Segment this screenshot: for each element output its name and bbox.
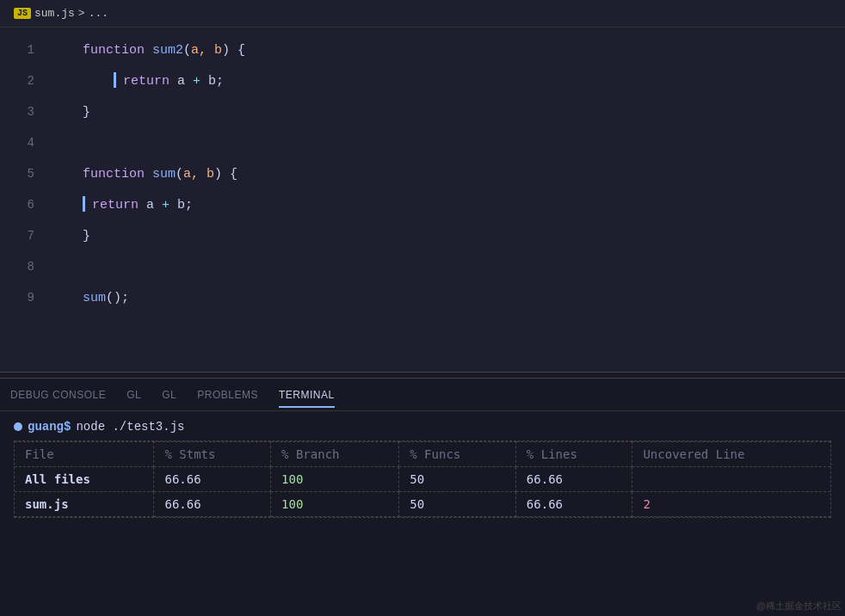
line-content: sum(); [52,283,129,314]
watermark: @稀土掘金技术社区 [753,596,845,616]
table-header-cell: % Funcs [399,442,516,467]
line-number: 9 [0,282,52,313]
pipe-indicator-icon [83,196,85,212]
indent-space [52,229,83,243]
table-cell: 100 [271,467,399,492]
table-cell [632,467,830,492]
indent-space [52,291,83,305]
tab-problems[interactable]: PROBLEMS [197,382,258,408]
token-kw-function: function [83,167,152,182]
prompt-dot-icon [14,422,22,431]
table-cell: All files [15,467,154,492]
js-badge: JS [14,8,31,19]
table-header-cell: % Stmts [154,442,271,467]
token-paren: a [146,198,162,213]
table-cell: 50 [399,492,516,517]
table-row: sum.js66.661005066.662 [15,492,830,517]
tab-bar: DEBUG CONSOLEGLGLPROBLEMSTERMINAL [0,379,845,411]
line-content: return a + b; [52,190,193,221]
token-paren: b; [177,198,193,213]
table-cell: 66.66 [154,467,271,492]
tab-gl[interactable]: GL [126,382,141,408]
line-content: } [52,221,90,252]
breadcrumb-ellipsis: ... [89,7,108,20]
token-fn-name: sum [152,167,176,182]
token-paren: ( [176,167,183,182]
line-number: 5 [0,158,52,189]
code-line: 3 } [0,96,845,127]
token-paren: ) { [214,167,237,182]
line-number: 7 [0,220,52,251]
line-content: } [52,97,90,128]
line-content: function sum(a, b) { [52,159,237,190]
line-number: 8 [0,251,52,282]
coverage-table: File% Stmts% Branch% Funcs% LinesUncover… [15,441,830,517]
indent-space [52,74,114,89]
token-operator: + [193,74,208,89]
indent-space [52,198,83,213]
table-header-cell: File [15,442,154,467]
terminal-prompt: guang$ node ./test3.js [14,420,831,434]
prompt-command: node ./test3.js [76,420,184,434]
token-fn-name: sum2 [152,43,183,58]
table-cell: 2 [632,492,830,517]
line-number: 3 [0,96,52,127]
tab-debug-console[interactable]: DEBUG CONSOLE [10,382,106,408]
table-header-cell: % Lines [515,442,632,467]
table-header-cell: Uncovered Line [632,442,830,467]
panel-divider [0,372,845,379]
breadcrumb-filename: sum.js [34,7,75,20]
code-line: 8 [0,251,845,282]
table-cell: 50 [399,467,516,492]
indent-space [52,43,83,58]
terminal-panel[interactable]: DEBUG CONSOLEGLGLPROBLEMSTERMINAL guang$… [0,379,845,616]
table-cell: 66.66 [515,492,632,517]
line-number: 1 [0,34,52,65]
breadcrumb-separator: > [78,7,85,20]
token-operator: + [162,198,177,213]
token-brace: } [83,229,90,243]
token-kw-return: return [92,198,146,213]
table-cell: sum.js [15,492,154,517]
token-paren: b; [208,74,224,89]
token-param: a, b [183,167,214,182]
tab-terminal[interactable]: TERMINAL [279,382,335,408]
table-header-row: File% Stmts% Branch% Funcs% LinesUncover… [15,442,830,467]
token-kw-return: return [123,74,177,89]
code-line: 7 } [0,220,845,251]
line-number: 2 [0,65,52,96]
token-paren: (); [106,291,129,305]
code-line: 2 return a + b; [0,65,845,96]
indent-space [52,167,83,182]
code-editor: 1 function sum2(a, b) {2 return a + b;3 … [0,28,845,372]
table-cell: 66.66 [154,492,271,517]
table-cell: 100 [271,492,399,517]
breadcrumb-bar: JS sum.js > ... [0,0,845,28]
code-line: 5 function sum(a, b) { [0,158,845,189]
code-line: 4 [0,127,845,158]
coverage-table-wrapper: File% Stmts% Branch% Funcs% LinesUncover… [14,440,831,518]
indent-space [52,105,83,120]
terminal-content: guang$ node ./test3.js File% Stmts% Bran… [0,411,845,616]
table-row: All files66.661005066.66 [15,467,830,492]
token-kw-function: function [83,43,152,58]
token-brace: } [83,105,90,120]
table-header-cell: % Branch [271,442,399,467]
tab-gl[interactable]: GL [162,382,176,408]
code-line: 1 function sum2(a, b) { [0,34,845,65]
token-paren: ) { [222,43,245,58]
line-content: return a + b; [52,66,224,97]
line-number: 6 [0,189,52,220]
token-paren: a [177,74,193,89]
pipe-indicator-icon [114,72,116,88]
code-line: 9 sum(); [0,282,845,313]
token-fn-name: sum [83,291,106,305]
line-content: function sum2(a, b) { [52,35,245,66]
line-number: 4 [0,127,52,158]
token-paren: ( [183,43,191,58]
code-line: 6 return a + b; [0,189,845,220]
token-param: a, b [191,43,222,58]
prompt-user: guang$ [28,420,71,434]
table-cell: 66.66 [515,467,632,492]
